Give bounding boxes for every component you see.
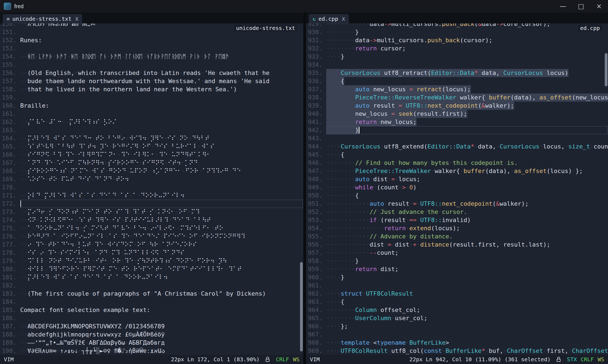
code-line[interactable]: 165.··⠱⠁⠞⠑⠧⠻·⠁⠃⠳⠞·⠹⠁⠞⠲·⡹⠑·⠗⠑⠛⠊⠌⠻·⠕⠋·⠙⠊⠎·… [0,142,303,151]
code-line[interactable]: 156.··(Old·English,·which·transcribed·in… [0,69,303,77]
code-line[interactable]: 935.····CursorLocus·utf8_retract(Editor:… [306,69,608,77]
code-line[interactable]: 152.Runes: [0,36,303,44]
code-line[interactable]: 176.··⠗⠑⠛⠜⠙·⠁·⠊⠕⠋⠋⠔⠤⠝⠁⠊⠇·⠁⠎·⠹⠑·⠙⠑⠁⠙⠑⠌·⠏⠊… [0,232,303,241]
code-line[interactable]: 160.Braille: [0,102,303,110]
code-line[interactable]: 942.········} [306,126,608,134]
code-line[interactable]: 940.········new_locus·=·seek(result.firs… [306,110,608,118]
lock-icon[interactable] [556,356,561,362]
left-code-area[interactable]: 150.··እግርህን·በፍራሽህ·ልክ·ዘርጋ።151.152.Runes:1… [0,23,303,355]
close-button[interactable]: × [590,0,608,13]
right-scrollbar[interactable] [604,23,608,355]
code-line[interactable]: 162.··⡌⠁⠧⠑·⠼⠁⠒··⡍⠜⠇⠑⠹⠰⠎·⡣⠕⠌ [0,118,303,126]
code-line[interactable]: 170. [0,183,303,192]
pane-divider[interactable] [303,13,306,364]
code-line[interactable]: 943. [306,134,608,142]
code-line[interactable]: 169.··⠡⠕⠎⠑·⠞⠕·⠏⠥⠞·⠙⠊⠎·⠙⠁⠝⠙·⠞⠕⠲ [0,175,303,183]
code-line[interactable]: 184. [0,298,303,306]
code-line[interactable]: 933.····} [306,53,608,61]
code-line[interactable]: 163. [0,126,303,134]
token: utf8_extend( [384,143,427,150]
code-line[interactable]: 190.··∀∂∈ℝ∧∪≡∞·↑↗↨↻⇣·┐┼╔╘░►☺♀·ﬁ�⑀₂ἠḂӥẄɐː… [0,347,303,355]
code-line[interactable]: 969.····UTF8ColResult·utf8_col(const·Buf… [306,347,608,355]
line-number: 153. [0,44,20,53]
code-line[interactable]: 936.····{ [306,77,608,85]
code-line[interactable]: 189.··–—‘“”„†•…‰™œŠŸž€·ΑΒΓΔΩαβγδω·АБВГДа… [0,339,303,347]
left-editor[interactable]: unicode-stress.txt 150.··እግርህን·በፍራሽህ·ልክ·… [0,23,303,355]
code-line[interactable]: 173.··⡍⠔⠙⠖·⡊·⠙⠕⠝⠰⠞·⠍⠑⠁⠝·⠞⠕·⠎⠁⠹·⠹⠁⠞·⡊·⠅⠝⠪… [0,208,303,216]
code-line[interactable]: 964.········Column·offset_col; [306,306,608,314]
left-scrollbar-thumb[interactable] [300,262,303,351]
code-line[interactable]: 945.····{ [306,151,608,159]
tab-close-icon[interactable]: X [342,16,345,22]
code-line[interactable]: 966.····}; [306,322,608,330]
code-line[interactable]: 153. [0,44,303,53]
code-line[interactable]: 930.········} [306,28,608,36]
code-line[interactable]: 186. [0,314,303,322]
code-line[interactable]: 171.··⡕⠇⠙·⡍⠜⠇⠑⠹·⠺⠁⠎·⠁⠎·⠙⠑⠁⠙·⠁⠎·⠁·⠙⠕⠕⠗⠤⠝⠁… [0,192,303,200]
code-line[interactable]: 932.········return·cursor; [306,44,608,53]
code-line[interactable]: 172. [0,200,303,208]
code-line[interactable]: 959.········return·dist; [306,265,608,273]
code-line[interactable]: 931.········data->multi_cursors.push_bac… [306,36,608,44]
code-line[interactable]: 179.··⠩⠁⠇⠇·⠝⠕⠞·⠙⠊⠌⠥⠗⠃·⠊⠞⠂·⠕⠗·⠹⠑·⡊⠳⠝⠞⠗⠹⠰⠎… [0,257,303,265]
minimize-button[interactable]: — [554,0,572,13]
code-line[interactable]: 161. [0,110,303,118]
code-line[interactable]: 958.········} [306,257,608,265]
code-line[interactable]: 155. [0,61,303,69]
code-line[interactable]: 962.····struct·UTF8ColResult [306,290,608,298]
code-line[interactable]: 953.············if·(result·==·UTF8::inva… [306,216,608,224]
code-line[interactable]: 944.····CursorLocus·utf8_extend(Editor::… [306,142,608,151]
right-code-area[interactable]: 929.············data->multi_cursors.push… [306,23,608,355]
code-line[interactable]: 181.··⡍⠜⠇⠑⠹·⠺⠁⠎·⠁⠎·⠙⠑⠁⠙·⠁⠎·⠁·⠙⠕⠕⠗⠤⠝⠁⠊⠇⠲ [0,273,303,281]
code-line[interactable]: 929.············data->multi_cursors.push… [306,23,608,28]
code-line[interactable]: 967. [306,330,608,339]
lock-icon[interactable] [265,356,270,362]
code-line[interactable]: 960.····} [306,273,608,281]
code-line[interactable]: 159. [0,93,303,102]
code-line[interactable]: 166.··⠎⠊⠛⠝⠫·⠃⠹·⠹⠑·⠊⠇⠻⠛⠹⠍⠁⠝⠂·⠹⠑·⠊⠇⠻⠅⠂·⠹⠑·… [0,151,303,159]
code-line[interactable]: 168.··⡎⠊⠗⠕⠕⠛⠑⠰⠎·⠝⠁⠍⠑·⠺⠁⠎·⠛⠕⠕⠙·⠥⠏⠕⠝·⠰⡡⠁⠝⠛… [0,167,303,175]
code-line[interactable]: 177.··⠔·⠹⠑·⠞⠗⠁⠙⠑⠲·⡃⠥⠞·⠹⠑·⠺⠊⠎⠙⠕⠍·⠕⠋·⠳⠗·⠁⠝… [0,241,303,249]
code-line[interactable]: 950.········{ [306,192,608,200]
code-line[interactable]: 185.Compact·font·selection·example·text: [0,306,303,314]
code-line[interactable]: 934. [306,61,608,69]
code-line[interactable]: 164.··⡍⠜⠇⠑⠹·⠺⠁⠎·⠙⠑⠁⠙⠒·⠞⠕·⠃⠑⠛⠔·⠺⠊⠹⠲·⡹⠻⠑·⠊… [0,134,303,142]
code-line[interactable]: 154.··ᚻᛖ·ᚳᚹᚫᚦ·ᚦᚫᛏ·ᚻᛖ·ᛒᚢᛞᛖ·ᚩᚾ·ᚦᚫᛗ·ᛚᚪᚾᛞᛖ·ᚾ… [0,53,303,61]
maximize-button[interactable]: □ [572,0,590,13]
code-line[interactable]: 183.··(The·first·couple·of·paragraphs·of… [0,290,303,298]
code-line[interactable]: 939.········auto·result·=·UTF8::next_cod… [306,102,608,110]
code-line[interactable]: 180.··⠺⠊⠇⠇·⠹⠻⠑⠋⠕⠗⠑·⠏⠻⠍⠊⠞·⠍⠑·⠞⠕·⠗⠑⠏⠑⠁⠞⠂·⠑… [0,265,303,273]
code-line[interactable]: 158.··that·he·lived·in·the·northern·land… [0,85,303,93]
right-scrollbar-thumb[interactable] [605,53,607,86]
tab-unicode-stress-txt[interactable]: ≡ unicode-stress.txt X [3,14,82,23]
code-line[interactable]: 957.············--count; [306,249,608,257]
left-scrollbar[interactable] [299,23,303,355]
code-line[interactable]: 951.············auto·result·=·UTF8::next… [306,200,608,208]
code-line[interactable]: 952.············//·Just·advance·the·curs… [306,208,608,216]
code-line[interactable]: 167.··⠁⠝⠙·⠹⠑·⠡⠊⠑⠋·⠍⠳⠗⠝⠻⠲·⡎⠊⠗⠕⠕⠛⠑·⠎⠊⠛⠝⠫·⠊… [0,159,303,167]
code-line[interactable]: 157.··bude·thaem·lande·northweardum·with… [0,77,303,85]
code-line[interactable]: 175.··⠁·⠙⠕⠕⠗⠤⠝⠁⠊⠇⠲·⡊·⠍⠊⠣⠞·⠙⠁⠧⠑·⠃⠑⠲·⠔⠊⠇⠔⠫… [0,224,303,232]
code-line[interactable]: 963.····{ [306,298,608,306]
code-line[interactable]: 178.··⠊⠎·⠔·⠹⠑·⠎⠊⠍⠊⠇⠑⠆·⠁⠝⠙·⠍⠹·⠥⠝⠙⠁⠇⠇⠪⠫·⠙⠁… [0,249,303,257]
code-line[interactable]: 965.········UserColumn·user_col; [306,314,608,322]
code-line[interactable]: 954.················return·extend(locus)… [306,224,608,232]
code-line[interactable]: 949.········while·(count·>·0) [306,183,608,192]
code-line[interactable]: 941.········return·new_locus; [306,118,608,126]
code-line[interactable]: 961. [306,281,608,290]
code-line[interactable]: 946.········//·Find·out·how·many·bytes·t… [306,159,608,167]
code-line[interactable]: 948.········auto·dist·=·locus; [306,175,608,183]
code-line[interactable]: 938.········PieceTree::ReverseTreeWalker… [306,93,608,102]
tab-ed-cpp[interactable]: ↻ ed.cpp X [309,14,349,23]
code-line[interactable]: 182. [0,281,303,290]
code-line[interactable]: 955.············//·Advance·by·distance. [306,232,608,241]
right-editor[interactable]: ed.cpp 929.············data->multi_curso… [306,23,608,355]
code-line[interactable]: 174.··⠪⠝·⠅⠝⠪⠇⠫⠛⠑⠂·⠱⠁⠞·⠹⠻⠑·⠊⠎·⠏⠜⠞⠊⠊⠥⠇⠜⠇⠹·… [0,216,303,224]
code-line[interactable]: 937.········auto·new_locus·=·retract(loc… [306,85,608,93]
code-line[interactable]: 947.········PieceTree::TreeWalker·walker… [306,167,608,175]
tab-close-icon[interactable]: X [75,16,78,22]
code-line[interactable]: 187.··ABCDEFGHIJKLMNOPQRSTUVWXYZ·/012345… [0,322,303,330]
code-line[interactable]: 968.····template·<typename·BufferLike> [306,339,608,347]
code-line[interactable]: 956.············dist·=·dist·+·distance(r… [306,241,608,249]
code-line[interactable]: 188.··abcdefghijklmnopqrstuvwxyz·£©µÀÆÖÞ… [0,330,303,339]
